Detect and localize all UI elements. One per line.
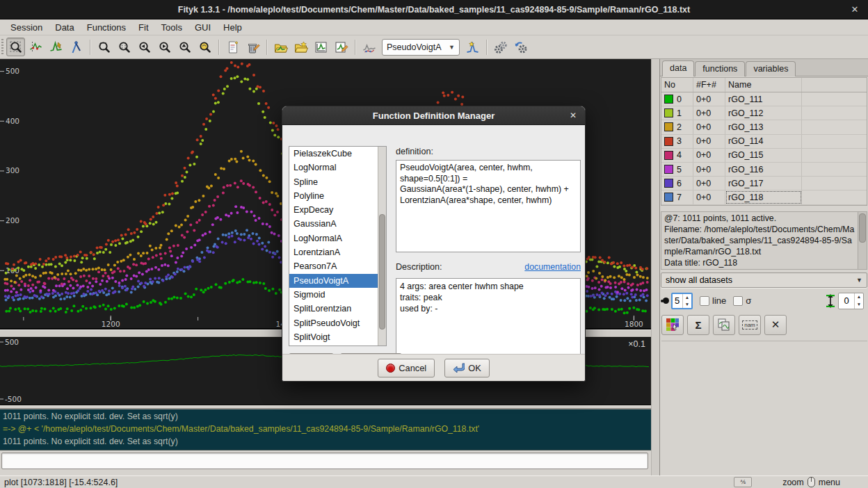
run-fit-button[interactable] — [491, 38, 510, 56]
dataset-filter-dropdown[interactable]: show all datasets ▼ — [661, 273, 867, 288]
function-list-item-splitvoigt[interactable]: SplitVoigt — [289, 330, 378, 344]
ok-button[interactable]: OK — [444, 359, 490, 377]
dataset-name[interactable]: rGO_113 — [725, 120, 802, 133]
auto-add-peak-button[interactable] — [463, 38, 482, 56]
dataset-color-swatch[interactable] — [664, 95, 673, 104]
column-header-no[interactable]: No — [661, 78, 693, 92]
table-row[interactable]: 50+0rGO_116 — [661, 163, 867, 177]
zoom-all-button[interactable] — [95, 38, 113, 56]
dataset-color-and-number[interactable]: 4 — [661, 149, 693, 162]
zoom-previous-button[interactable] — [195, 38, 214, 56]
dialog-close-icon[interactable]: ✕ — [570, 111, 577, 120]
sum-button[interactable]: Σ — [687, 315, 709, 335]
open-data-custom-button[interactable] — [291, 38, 310, 56]
dataset-name[interactable]: rGO_114 — [725, 135, 802, 148]
table-row[interactable]: 40+0rGO_115 — [661, 149, 867, 163]
function-list-item-splitpseudovoigt[interactable]: SplitPseudoVoigt — [289, 316, 378, 330]
menu-item-session[interactable]: Session — [4, 21, 49, 34]
function-list-item-spline[interactable]: Spline — [289, 175, 378, 189]
tab-functions[interactable]: functions — [695, 61, 745, 76]
dataset-name[interactable]: rGO_115 — [725, 149, 802, 162]
dataset-color-and-number[interactable]: 6 — [661, 177, 693, 190]
function-list-item-pielaszekcube[interactable]: PielaszekCube — [289, 147, 378, 161]
documentation-link[interactable]: documentation — [524, 262, 581, 272]
point-size-spinner[interactable]: 5 ▲▼ — [671, 293, 693, 309]
function-list-item-pseudovoigta[interactable]: PseudoVoigtA — [289, 274, 378, 288]
column-header-f[interactable]: #F+# — [693, 78, 725, 92]
dataset-color-and-number[interactable]: 0 — [661, 92, 693, 106]
undo-fit-button[interactable] — [511, 38, 530, 56]
table-row[interactable]: 70+0rGO_118 — [661, 190, 867, 204]
reset-session-button[interactable] — [243, 38, 262, 56]
activate-function-mode-button[interactable] — [67, 38, 86, 56]
data-range-mode-button[interactable] — [26, 38, 45, 56]
delete-dataset-button[interactable]: ✕ — [764, 315, 787, 335]
toolbar-grip[interactable] — [1, 39, 3, 56]
spin-up-icon[interactable]: ▲ — [683, 294, 691, 301]
dataset-colors-button[interactable] — [661, 315, 684, 335]
dataset-name[interactable]: rGO_111 — [725, 92, 802, 106]
dataset-color-and-number[interactable]: 7 — [661, 190, 693, 204]
dataset-color-and-number[interactable]: 1 — [661, 106, 693, 120]
dataset-name[interactable]: rGO_112 — [725, 106, 802, 120]
function-list-item-sigmoid[interactable]: Sigmoid — [289, 288, 378, 302]
line-checkbox[interactable] — [700, 296, 709, 306]
dataset-color-swatch[interactable] — [664, 137, 673, 146]
cancel-button[interactable]: Cancel — [378, 359, 435, 377]
function-type-dropdown[interactable]: PseudoVoigtA▼ — [382, 39, 460, 56]
definition-textarea[interactable]: PseudoVoigtA(area, center, hwhm, shape=0… — [396, 160, 581, 252]
function-list-item-lorentziana[interactable]: LorentzianA — [289, 245, 378, 259]
rename-dataset-button[interactable]: nam — [739, 315, 761, 335]
spin-up-icon[interactable]: ▲ — [855, 293, 863, 301]
sigma-checkbox[interactable] — [733, 296, 743, 306]
table-row[interactable]: 10+0rGO_112 — [661, 106, 867, 120]
window-close-icon[interactable]: ✕ — [849, 4, 861, 15]
menu-item-gui[interactable]: GUI — [188, 21, 217, 34]
dataset-color-and-number[interactable]: 5 — [661, 163, 693, 176]
dataset-color-swatch[interactable] — [664, 122, 673, 131]
strip-background-button[interactable] — [360, 38, 378, 56]
function-list-item-lognormala[interactable]: LogNormalA — [289, 231, 378, 245]
table-row[interactable]: 00+0rGO_111 — [661, 92, 867, 106]
function-list-scrollbar[interactable] — [378, 147, 386, 345]
dataset-color-and-number[interactable]: 3 — [661, 135, 693, 148]
menu-item-functions[interactable]: Functions — [81, 21, 132, 34]
function-list-item-gaussiana[interactable]: GaussianA — [289, 217, 378, 231]
function-list-item-polyline[interactable]: Polyline — [289, 189, 378, 203]
zoom-left-button[interactable] — [135, 38, 154, 56]
info-scrollbar[interactable] — [858, 212, 867, 269]
zoom-up-button[interactable] — [175, 38, 194, 56]
menu-item-help[interactable]: Help — [217, 21, 248, 34]
save-image-button[interactable] — [312, 38, 330, 56]
dataset-name[interactable]: rGO_118 — [725, 190, 802, 204]
menu-item-tools[interactable]: Tools — [155, 21, 188, 34]
command-input[interactable] — [1, 453, 648, 469]
open-data-button[interactable] — [271, 38, 290, 56]
function-list-item-lognormal[interactable]: LogNormal — [289, 161, 378, 174]
spin-down-icon[interactable]: ▼ — [855, 301, 863, 309]
dataset-color-swatch[interactable] — [664, 193, 673, 202]
function-list-item-pearson7a[interactable]: Pearson7A — [289, 259, 378, 273]
table-row[interactable]: 30+0rGO_114 — [661, 135, 867, 149]
session-log-button[interactable] — [223, 38, 242, 56]
dataset-color-swatch[interactable] — [664, 179, 673, 188]
menu-item-data[interactable]: Data — [49, 21, 80, 34]
dataset-color-swatch[interactable] — [664, 151, 673, 160]
function-list-item-splitlorentzian[interactable]: SplitLorentzian — [289, 302, 378, 316]
column-header-name[interactable]: Name — [725, 78, 802, 92]
table-row[interactable]: 20+0rGO_113 — [661, 120, 867, 134]
dataset-color-swatch[interactable] — [664, 165, 673, 174]
zoom-right-button[interactable] — [155, 38, 174, 56]
spin-down-icon[interactable]: ▼ — [683, 301, 691, 308]
tab-data[interactable]: data — [662, 60, 694, 76]
shift-spinner[interactable]: 0 ▲▼ — [838, 293, 864, 309]
add-peak-mode-button[interactable] — [47, 38, 65, 56]
dataset-name[interactable]: rGO_116 — [725, 163, 802, 176]
function-list-item-expdecay[interactable]: ExpDecay — [289, 203, 378, 217]
zoom-vertical-button[interactable] — [115, 38, 134, 56]
menu-item-fit[interactable]: Fit — [132, 21, 154, 34]
zoom-rect-mode-button[interactable] — [6, 38, 25, 56]
coordinate-format-button[interactable]: ⅍ — [734, 477, 752, 487]
dialog-titlebar[interactable]: Function Definition Manager ✕ — [282, 106, 585, 125]
table-row[interactable]: 60+0rGO_117 — [661, 177, 867, 190]
